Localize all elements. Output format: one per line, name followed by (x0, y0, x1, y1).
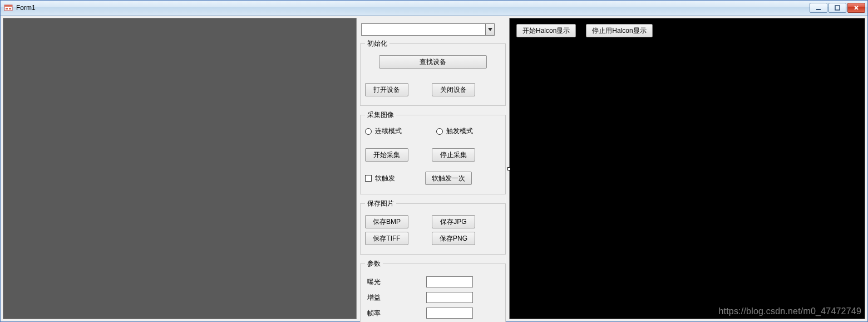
stop-halcon-button[interactable]: 停止用Halcon显示 (586, 24, 652, 37)
soft-trigger-label: 软触发 (375, 174, 395, 183)
radio-icon (436, 128, 443, 135)
chevron-down-icon (485, 24, 494, 35)
save-tiff-button[interactable]: 保存TIFF (365, 232, 408, 245)
soft-trigger-once-button[interactable]: 软触发一次 (425, 172, 472, 185)
svg-rect-3 (9, 8, 11, 9)
save-bmp-button[interactable]: 保存BMP (365, 215, 408, 228)
find-device-button[interactable]: 查找设备 (379, 55, 487, 69)
watermark-text: https://blog.csdn.net/m0_47472749 (718, 306, 861, 316)
group-capture: 采集图像 连续模式 触发模式 开始采集 停止 (360, 110, 506, 194)
group-capture-legend: 采集图像 (365, 110, 396, 120)
halcon-buttons: 开始Halcon显示 停止用Halcon显示 (516, 24, 653, 37)
svg-rect-1 (4, 5, 12, 7)
app-icon (4, 3, 13, 12)
gain-input[interactable] (426, 292, 473, 303)
group-save: 保存图片 保存BMP 保存JPG 保存TIFF 保存PNG (360, 199, 506, 255)
open-device-button[interactable]: 打开设备 (365, 83, 408, 96)
resize-handle[interactable] (507, 167, 511, 170)
client-area: 初始化 查找设备 打开设备 关闭设备 采集图像 (1, 16, 867, 321)
save-png-button[interactable]: 保存PNG (432, 232, 475, 245)
group-init: 初始化 查找设备 打开设备 关闭设备 (360, 39, 506, 106)
svg-rect-4 (816, 9, 821, 10)
continuous-mode-radio[interactable]: 连续模式 (365, 126, 402, 136)
svg-rect-5 (835, 6, 840, 10)
close-button[interactable] (847, 3, 865, 13)
start-capture-button[interactable]: 开始采集 (365, 148, 408, 162)
main-layout: 初始化 查找设备 打开设备 关闭设备 采集图像 (3, 18, 865, 319)
exposure-input[interactable] (426, 276, 473, 287)
group-init-legend: 初始化 (365, 39, 389, 48)
device-combobox[interactable] (361, 23, 495, 36)
minimize-button[interactable] (810, 3, 827, 13)
continuous-mode-label: 连续模式 (375, 126, 402, 136)
svg-rect-2 (6, 8, 8, 9)
app-window: Form1 (0, 0, 868, 322)
frame-rate-label: 帧率 (365, 309, 426, 318)
control-panel: 初始化 查找设备 打开设备 关闭设备 采集图像 (357, 18, 509, 319)
trigger-mode-label: 触发模式 (446, 126, 473, 136)
window-buttons (810, 3, 865, 13)
exposure-label: 曝光 (365, 277, 426, 287)
frame-rate-input[interactable] (426, 308, 473, 319)
window-title: Form1 (16, 4, 36, 12)
close-device-button[interactable]: 关闭设备 (432, 83, 475, 96)
group-save-legend: 保存图片 (365, 199, 396, 208)
stop-capture-button[interactable]: 停止采集 (432, 148, 475, 162)
image-view-left[interactable] (3, 18, 357, 319)
soft-trigger-checkbox[interactable]: 软触发 (365, 174, 395, 183)
gain-label: 增益 (365, 293, 426, 303)
group-params-legend: 参数 (365, 259, 383, 269)
image-view-right[interactable]: 开始Halcon显示 停止用Halcon显示 https://blog.csdn… (509, 18, 865, 319)
checkbox-icon (365, 175, 372, 182)
save-jpg-button[interactable]: 保存JPG (432, 215, 475, 228)
start-halcon-button[interactable]: 开始Halcon显示 (516, 24, 576, 37)
maximize-button[interactable] (828, 3, 846, 13)
group-params: 参数 曝光 增益 帧率 获取参数 设置参数 (360, 259, 506, 322)
radio-icon (365, 128, 372, 135)
titlebar[interactable]: Form1 (1, 0, 867, 16)
trigger-mode-radio[interactable]: 触发模式 (436, 126, 473, 136)
